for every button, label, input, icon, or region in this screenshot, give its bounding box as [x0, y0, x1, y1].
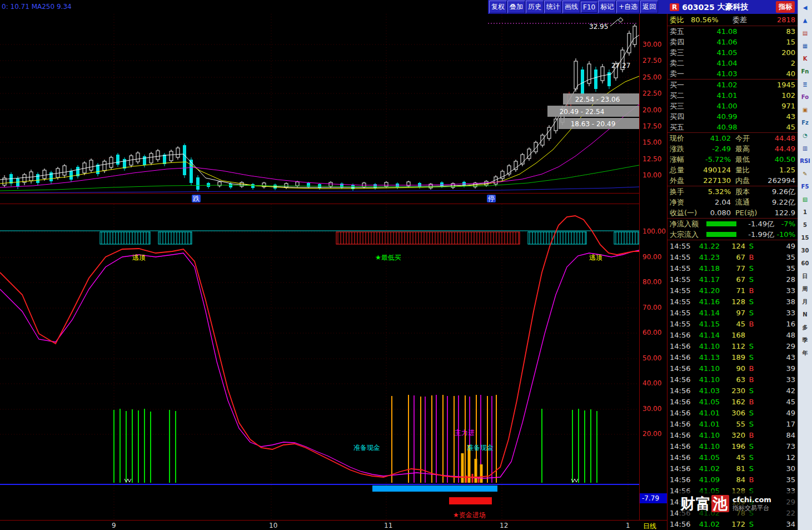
- period-15-button[interactable]: 15: [799, 231, 812, 244]
- tick-row[interactable]: 14:5641.10112S29: [667, 340, 798, 351]
- btn-biaoji[interactable]: 标记: [598, 1, 616, 13]
- tick-price: 41.15: [692, 320, 720, 328]
- macd-icon[interactable]: ▥: [799, 142, 812, 155]
- tick-time: 14:56: [670, 420, 692, 428]
- period-label[interactable]: 日线: [643, 522, 656, 530]
- period-5-button[interactable]: 5: [799, 219, 812, 231]
- ask-row[interactable]: 卖四41.0615: [667, 37, 798, 47]
- bid-row[interactable]: 买五40.9845: [667, 122, 798, 132]
- btn-f10[interactable]: F10: [581, 2, 597, 13]
- quote-icon[interactable]: ≣: [799, 78, 812, 91]
- scroll-up-icon[interactable]: ▲: [799, 14, 812, 27]
- stat-row[interactable]: 净资2.04流通9.22亿: [667, 197, 798, 207]
- ask-row[interactable]: 卖一41.0340: [667, 68, 798, 79]
- tick-row[interactable]: 14:5641.03230S42: [667, 385, 798, 396]
- btn-tongji[interactable]: 统计: [544, 1, 562, 13]
- tick-row[interactable]: 14:5541.16128S38: [667, 296, 798, 307]
- tick-row[interactable]: 14:5641.0281S30: [667, 463, 798, 474]
- bid-row[interactable]: 买一41.021945: [667, 80, 798, 90]
- tick-row[interactable]: 14:5641.10196S73: [667, 440, 798, 452]
- tick-row[interactable]: 14:5541.1877S35: [667, 262, 798, 274]
- btn-lishi[interactable]: 历史: [526, 1, 544, 13]
- kline-icon[interactable]: K: [799, 52, 812, 65]
- back-icon[interactable]: ◀: [799, 1, 812, 14]
- tick-row[interactable]: 14:5641.05162B45: [667, 396, 798, 407]
- kline-annotation: 27.27: [611, 62, 630, 70]
- tick-row[interactable]: 14:5641.13189S43: [667, 351, 798, 363]
- tick-row[interactable]: 14:5541.2367B35: [667, 251, 798, 262]
- period-day-button[interactable]: 日: [799, 270, 812, 283]
- stat-value: 0.080: [702, 209, 731, 217]
- tick-row[interactable]: 14:5541.1497S33: [667, 307, 798, 318]
- bid-row[interactable]: 买四40.9943: [667, 111, 798, 122]
- list-icon[interactable]: ▦: [799, 39, 812, 52]
- flow-row[interactable]: 净流入额-1.49亿-7%: [667, 219, 798, 229]
- ask-row[interactable]: 卖五41.0883: [667, 26, 798, 37]
- indicator-button[interactable]: 指标: [776, 1, 795, 13]
- stat-row[interactable]: 涨幅-5.72%最低40.50: [667, 154, 798, 165]
- tick-row[interactable]: 14:5541.1545B16: [667, 318, 798, 329]
- btn-diejia[interactable]: 叠加: [507, 1, 525, 13]
- period-60-button[interactable]: 60: [799, 257, 812, 270]
- fo-icon[interactable]: Fo: [799, 91, 812, 103]
- draw-icon[interactable]: ✎: [799, 167, 812, 180]
- tick-direction: S: [745, 353, 758, 361]
- pie-icon[interactable]: ◔: [799, 129, 812, 142]
- period-quarter-button[interactable]: 季: [799, 334, 812, 346]
- btn-zixuan[interactable]: +自选: [616, 1, 640, 13]
- tick-row[interactable]: 14:5641.0155S17: [667, 418, 798, 429]
- btn-huaxian[interactable]: 画线: [562, 1, 580, 13]
- stat-row[interactable]: 涨跌-2.49最高44.49: [667, 143, 798, 154]
- period-1-button[interactable]: 1: [799, 206, 812, 219]
- period-n-button[interactable]: N: [799, 308, 812, 321]
- tick-time: 14:55: [670, 242, 692, 250]
- tick-row[interactable]: 14:5641.02172S34: [667, 518, 798, 529]
- candles: [3, 24, 636, 192]
- period-month-button[interactable]: 月: [799, 295, 812, 308]
- stat-row[interactable]: 收益(一)0.080PE(动)122.9: [667, 207, 798, 218]
- tick-row[interactable]: 14:5641.1416848: [667, 329, 798, 340]
- period-30-button[interactable]: 30: [799, 244, 812, 257]
- stat-row[interactable]: 现价41.02今开44.48: [667, 133, 798, 143]
- indicator-scale-label: 50.00: [642, 354, 661, 362]
- period-week-button[interactable]: 周: [799, 283, 812, 295]
- tick-row[interactable]: 14:5641.01306S49: [667, 407, 798, 418]
- period-year-button[interactable]: 年: [799, 346, 812, 359]
- stat-label: 量比: [735, 165, 764, 175]
- stat-row[interactable]: 外盘227130内盘262994: [667, 175, 798, 186]
- board-icon[interactable]: ▣: [799, 103, 812, 116]
- fn-icon[interactable]: Fn: [799, 65, 812, 78]
- tick-row[interactable]: 14:5641.10320B84: [667, 429, 798, 440]
- bid-row[interactable]: 买二41.01102: [667, 90, 798, 101]
- refresh-icon[interactable]: ▧: [799, 193, 812, 206]
- stat-value: 2.04: [702, 198, 731, 206]
- doc-icon[interactable]: ▤: [799, 27, 812, 39]
- tick-volume: 67: [720, 253, 745, 261]
- kline-chart[interactable]: 22.54 - 23.0620.49 - 22.5418.63 - 20.493…: [0, 14, 639, 193]
- flow-row[interactable]: 大宗流入-1.99亿-10%: [667, 229, 798, 240]
- tick-direction: B: [745, 431, 758, 439]
- period-multi-button[interactable]: 多: [799, 321, 812, 334]
- bid-row[interactable]: 买三41.00971: [667, 101, 798, 111]
- tick-row[interactable]: 14:5641.1063B33: [667, 374, 798, 385]
- rsi-icon[interactable]: RSI: [799, 155, 812, 167]
- flow-bar: [706, 232, 736, 237]
- tick-volume: 63: [720, 375, 745, 384]
- ask-row[interactable]: 卖二41.042: [667, 58, 798, 68]
- tick-row[interactable]: 14:5541.2071B33: [667, 285, 798, 296]
- tick-price: 41.20: [692, 286, 720, 295]
- indicator-chart[interactable]: 逃顶★最低买逃顶准备现金主力进准备现金★资金进场: [0, 204, 639, 520]
- btn-fuquan[interactable]: 复权: [489, 1, 507, 13]
- tick-row[interactable]: 14:5641.1090B39: [667, 363, 798, 374]
- fz-icon[interactable]: Fz: [799, 116, 812, 129]
- tick-row[interactable]: 14:5641.0984B35: [667, 474, 798, 485]
- f5-icon[interactable]: F5: [799, 180, 812, 193]
- stat-row[interactable]: 换手5.32%股本9.26亿: [667, 186, 798, 197]
- tick-row[interactable]: 14:5541.22124S49: [667, 240, 798, 251]
- ask-row[interactable]: 卖三41.05200: [667, 47, 798, 58]
- stat-row[interactable]: 总量490124量比1.25: [667, 165, 798, 175]
- btn-fanhui[interactable]: 返回: [640, 1, 658, 13]
- tick-row[interactable]: 14:5641.0545S12: [667, 452, 798, 463]
- tick-row[interactable]: 14:5541.1767S28: [667, 274, 798, 285]
- tick-time: 14:55: [670, 286, 692, 295]
